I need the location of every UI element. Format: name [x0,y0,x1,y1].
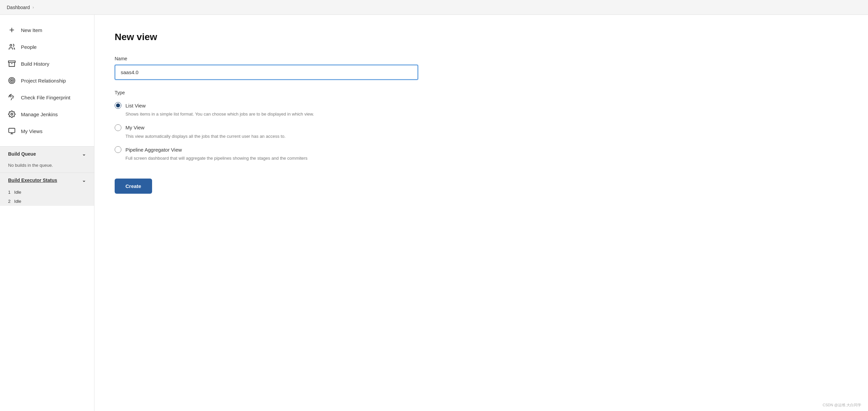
executor-item-2: 2 Idle [0,197,94,206]
executor-status-1: Idle [14,190,21,195]
build-queue-header[interactable]: Build Queue ⌄ [0,147,94,161]
main-layout: New Item People [0,15,868,411]
svg-rect-9 [9,128,15,133]
build-executor-header[interactable]: Build Executor Status ⌄ [0,173,94,188]
main-content: New view Name Type List View Shows items… [94,15,868,411]
fingerprint-icon [8,94,16,101]
gear-icon [8,110,16,118]
radio-label-list-view[interactable]: List View [125,103,146,108]
sidebar-item-check-file-fingerprint[interactable]: Check File Fingerprint [0,89,94,106]
radio-desc-pipeline-aggregator-view: Full screen dashboard that will aggregat… [125,155,418,162]
executor-number-1: 1 [8,190,10,195]
sidebar-item-people-label: People [21,44,37,50]
sidebar-item-manage-jenkins-label: Manage Jenkins [21,112,58,117]
svg-point-6 [10,79,14,83]
sidebar-item-project-relationship[interactable]: Project Relationship [0,72,94,89]
name-section: Name [115,56,848,80]
people-icon [8,43,16,51]
radio-my-view[interactable] [115,124,121,131]
sidebar-item-new-item-label: New Item [21,27,42,33]
sidebar-item-build-history[interactable]: Build History [0,55,94,72]
executor-status-2: Idle [14,199,21,204]
type-section: Type List View Shows items in a simple l… [115,90,848,162]
sidebar-item-project-relationship-label: Project Relationship [21,78,66,84]
radio-desc-list-view: Shows items in a simple list format. You… [125,111,418,118]
name-label: Name [115,56,848,61]
type-label: Type [115,90,848,95]
radio-pipeline-aggregator-view[interactable] [115,146,121,153]
top-bar: Dashboard › [0,0,868,15]
build-executor-chevron-icon: ⌄ [82,178,86,183]
executor-item-1: 1 Idle [0,188,94,197]
sidebar-item-my-views-label: My Views [21,128,42,134]
sidebar-item-new-item[interactable]: New Item [0,22,94,38]
radio-label-my-view[interactable]: My View [125,125,144,130]
sidebar-item-build-history-label: Build History [21,61,49,67]
radio-list-view[interactable] [115,102,121,109]
sidebar-nav: New Item People [0,15,94,146]
breadcrumb: Dashboard › [7,5,34,10]
watermark: CSDN @运维.大白同学 [823,403,861,408]
build-executor-section: Build Executor Status ⌄ 1 Idle 2 Idle [0,172,94,206]
plus-icon [8,26,16,34]
radio-row-my-view[interactable]: My View [115,124,418,131]
build-queue-chevron-icon: ⌄ [82,151,86,157]
svg-point-8 [11,113,13,115]
sidebar: New Item People [0,15,94,411]
sidebar-item-manage-jenkins[interactable]: Manage Jenkins [0,106,94,123]
svg-point-2 [10,44,12,46]
sidebar-item-check-file-fingerprint-label: Check File Fingerprint [21,95,70,100]
monitor-icon [8,127,16,135]
build-queue-content: No builds in the queue. [0,161,94,172]
sidebar-item-people[interactable]: People [0,38,94,55]
radio-option-list-view: List View Shows items in a simple list f… [115,102,418,118]
radio-row-pipeline-aggregator-view[interactable]: Pipeline Aggregator View [115,146,418,153]
radio-option-my-view: My View This view automatically displays… [115,124,418,140]
radio-row-list-view[interactable]: List View [115,102,418,109]
page-title: New view [115,32,848,42]
radio-label-pipeline-aggregator-view[interactable]: Pipeline Aggregator View [125,147,182,153]
inbox-icon [8,60,16,67]
svg-rect-3 [8,61,15,63]
executor-number-2: 2 [8,199,10,204]
radio-desc-my-view: This view automatically displays all the… [125,133,418,140]
build-queue-label: Build Queue [8,151,36,157]
build-queue-empty-message: No builds in the queue. [8,163,53,168]
create-button[interactable]: Create [115,179,152,194]
svg-point-7 [11,80,12,81]
executor-list: 1 Idle 2 Idle [0,188,94,206]
breadcrumb-chevron: › [33,5,34,10]
name-input[interactable] [115,65,418,80]
build-executor-label: Build Executor Status [8,178,57,183]
breadcrumb-home[interactable]: Dashboard [7,5,30,10]
target-icon [8,77,16,84]
sidebar-item-my-views[interactable]: My Views [0,123,94,139]
build-queue-section: Build Queue ⌄ No builds in the queue. [0,146,94,172]
radio-option-pipeline-aggregator-view: Pipeline Aggregator View Full screen das… [115,146,418,162]
